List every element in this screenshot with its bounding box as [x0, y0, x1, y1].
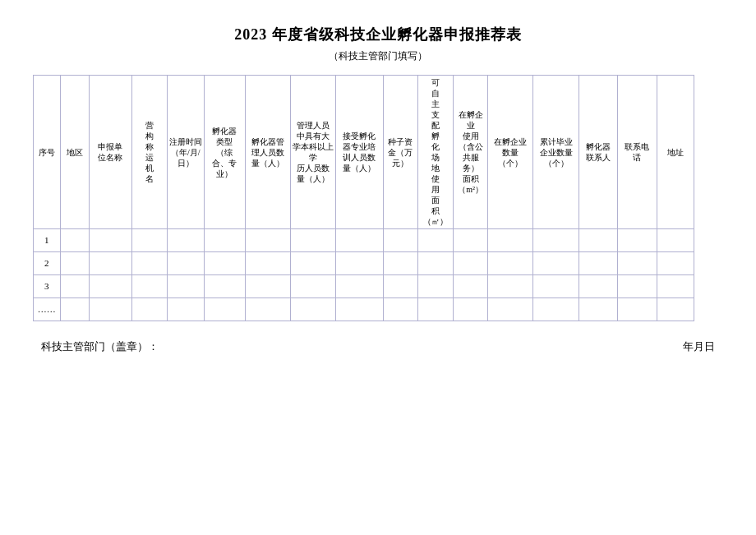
col-header-9: 种子资 金（万 元） [383, 76, 418, 229]
table-cell [291, 252, 336, 275]
page-subtitle: （科技主管部门填写） [33, 49, 723, 63]
table-cell [579, 229, 618, 252]
table-cell [579, 252, 618, 275]
table-row: 2 [34, 252, 723, 275]
table-cell [453, 275, 488, 298]
table-row: …… [34, 298, 723, 321]
table-cell [488, 252, 533, 275]
table-cell [533, 252, 579, 275]
table-row: 1 [34, 229, 723, 252]
table-cell [132, 252, 168, 275]
table-cell [657, 275, 694, 298]
table-cell [383, 298, 418, 321]
table-cell [418, 252, 454, 275]
table-cell [336, 275, 384, 298]
table-cell [657, 229, 694, 252]
col-header-14: 孵化器 联系人 [579, 76, 618, 229]
table-row: 3 [34, 275, 723, 298]
table-cell [618, 229, 657, 252]
table-cell: 2 [34, 252, 61, 275]
table-cell [132, 275, 168, 298]
table-cell [167, 229, 204, 252]
main-table: 序号地区申报单 位名称营 构 称 运 机 名注册时间 （年/月/ 日）孵化器 类… [33, 75, 723, 321]
table-cell [488, 298, 533, 321]
table-cell [89, 275, 132, 298]
table-cell [533, 229, 579, 252]
col-header-15: 联系电 话 [618, 76, 657, 229]
table-cell [383, 275, 418, 298]
table-cell [132, 229, 168, 252]
table-cell [579, 275, 618, 298]
table-cell [336, 229, 384, 252]
table-cell [204, 252, 245, 275]
table-cell [204, 275, 245, 298]
table-cell [488, 229, 533, 252]
table-cell [488, 275, 533, 298]
table-cell [618, 252, 657, 275]
col-header-8: 接受孵化 器专业培 训人员数 量（人） [336, 76, 384, 229]
table-cell [579, 298, 618, 321]
table-cell: 1 [34, 229, 61, 252]
table-cell [245, 275, 290, 298]
col-header-13: 累计毕业 企业数量 （个） [533, 76, 579, 229]
page-title: 2023 年度省级科技企业孵化器申报推荐表 [33, 25, 723, 44]
table-cell [245, 252, 290, 275]
col-header-5: 孵化器 类型 （综 合、专 业） [204, 76, 245, 229]
table-cell [418, 275, 454, 298]
col-header-7: 管理人员 中具有大 学本科以上学 历人员数 量（人） [291, 76, 336, 229]
table-cell [336, 252, 384, 275]
table-cell [167, 298, 204, 321]
table-cell [167, 252, 204, 275]
col-header-2: 申报单 位名称 [89, 76, 132, 229]
table-cell [89, 252, 132, 275]
table-cell [533, 275, 579, 298]
col-header-4: 注册时间 （年/月/ 日） [167, 76, 204, 229]
footer: 科技主管部门（盖章）： 年月日 [33, 339, 723, 354]
table-cell [383, 252, 418, 275]
table-cell [418, 298, 454, 321]
table-cell [60, 252, 89, 275]
table-cell [291, 229, 336, 252]
col-header-12: 在孵企业 数量 （个） [488, 76, 533, 229]
table-cell [618, 275, 657, 298]
table-cell [60, 229, 89, 252]
table-cell: …… [34, 298, 61, 321]
table-cell [291, 275, 336, 298]
table-cell [60, 275, 89, 298]
table-header-row: 序号地区申报单 位名称营 构 称 运 机 名注册时间 （年/月/ 日）孵化器 类… [34, 76, 723, 229]
table-cell [657, 252, 694, 275]
footer-right: 年月日 [683, 339, 715, 354]
table-cell [204, 229, 245, 252]
table-cell [291, 298, 336, 321]
table-cell [453, 229, 488, 252]
table-cell [89, 229, 132, 252]
col-header-11: 在孵企业 使用 （含公 共服务） 面积 （m²） [453, 76, 488, 229]
table-cell [418, 229, 454, 252]
table-cell [204, 298, 245, 321]
table-cell [383, 229, 418, 252]
col-header-6: 孵化器管 理人员数 量（人） [245, 76, 290, 229]
footer-left: 科技主管部门（盖章）： [41, 339, 159, 354]
col-header-16: 地址 [657, 76, 694, 229]
table-cell [533, 298, 579, 321]
table-cell [453, 252, 488, 275]
table-cell [245, 229, 290, 252]
col-header-3: 营 构 称 运 机 名 [132, 76, 168, 229]
table-cell [132, 298, 168, 321]
col-header-10: 可 自 主 支 配 孵 化 场 地 使 用 面 积 （㎡） [418, 76, 454, 229]
table-cell: 3 [34, 275, 61, 298]
table-cell [453, 298, 488, 321]
col-header-1: 地区 [60, 76, 89, 229]
table-cell [167, 275, 204, 298]
table-cell [657, 298, 694, 321]
table-cell [245, 298, 290, 321]
table-cell [89, 298, 132, 321]
col-header-0: 序号 [34, 76, 61, 229]
table-cell [618, 298, 657, 321]
table-cell [60, 298, 89, 321]
table-cell [336, 298, 384, 321]
